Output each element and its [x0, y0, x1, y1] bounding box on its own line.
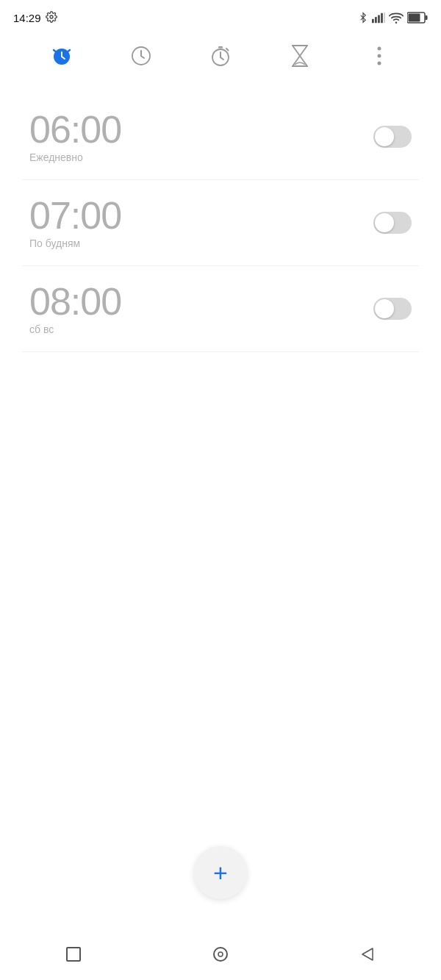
toggle-knob-2 [375, 299, 394, 318]
svg-rect-3 [378, 15, 380, 23]
svg-point-16 [378, 62, 381, 65]
alarm-toggle-0[interactable] [373, 126, 412, 148]
alarm-time-0: 06:00 [29, 110, 121, 149]
alarm-toggle-2[interactable] [373, 298, 412, 320]
nav-tabs [0, 32, 441, 79]
svg-rect-17 [67, 948, 80, 961]
svg-rect-9 [409, 14, 420, 22]
nav-recent-button[interactable] [51, 932, 96, 976]
tab-clock[interactable] [123, 38, 159, 74]
svg-rect-5 [384, 12, 385, 23]
alarm-time-1: 07:00 [29, 196, 121, 235]
alarm-item-1[interactable]: 07:00 По будням [22, 180, 419, 266]
alarm-info-1: 07:00 По будням [29, 196, 121, 249]
svg-rect-2 [375, 17, 377, 23]
signal-icon [372, 12, 385, 24]
svg-marker-20 [362, 948, 373, 960]
toggle-knob-0 [375, 127, 394, 146]
status-left: 14:29 [13, 11, 57, 25]
alarm-info-0: 06:00 Ежедневно [29, 110, 121, 163]
tab-stopwatch[interactable] [282, 38, 318, 74]
alarm-list: 06:00 Ежедневно 07:00 По будням 08:00 сб… [0, 79, 441, 352]
alarm-info-2: 08:00 сб вс [29, 282, 121, 335]
alarm-item-2[interactable]: 08:00 сб вс [22, 266, 419, 352]
wifi-icon [389, 12, 404, 24]
svg-rect-13 [218, 46, 223, 49]
svg-rect-1 [372, 19, 374, 23]
bluetooth-icon [358, 11, 368, 24]
alarm-item-0[interactable]: 06:00 Ежедневно [22, 94, 419, 180]
fab-container: + [194, 846, 247, 899]
alarm-time-2: 08:00 [29, 282, 121, 321]
nav-back-button[interactable] [345, 932, 390, 976]
svg-rect-8 [426, 15, 428, 20]
alarm-label-0: Ежедневно [29, 151, 121, 163]
alarm-toggle-1[interactable] [373, 212, 412, 234]
status-bar: 14:29 [0, 0, 441, 32]
battery-icon [407, 12, 428, 24]
status-time: 14:29 [13, 12, 41, 24]
svg-point-15 [378, 54, 381, 58]
status-right [358, 11, 428, 24]
svg-rect-4 [381, 13, 383, 24]
svg-point-0 [50, 15, 53, 18]
svg-point-18 [214, 948, 227, 961]
alarm-label-2: сб вс [29, 323, 121, 335]
tab-alarm[interactable] [44, 38, 79, 74]
svg-point-6 [395, 21, 398, 24]
svg-point-19 [218, 952, 223, 956]
nav-home-button[interactable] [198, 932, 243, 976]
tab-timer[interactable] [203, 38, 238, 74]
bottom-nav [0, 929, 441, 980]
toggle-knob-1 [375, 213, 394, 232]
gear-icon [46, 11, 57, 25]
alarm-label-1: По будням [29, 237, 121, 249]
svg-point-14 [378, 47, 381, 51]
plus-icon: + [213, 860, 228, 885]
tab-more[interactable] [362, 38, 397, 74]
add-alarm-button[interactable]: + [194, 846, 247, 899]
